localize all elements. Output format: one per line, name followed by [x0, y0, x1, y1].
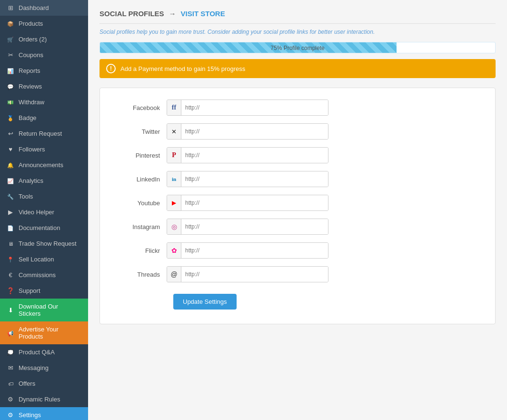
sidebar-item-label: Dynamic Rules — [19, 396, 60, 403]
facebook-input[interactable] — [181, 100, 328, 115]
progress-bar-container: 75% Profile complete — [99, 42, 496, 53]
orders-icon — [7, 36, 14, 43]
sidebar-item-label: Messaging — [19, 364, 49, 371]
sidebar-item-dynamic-rules[interactable]: Dynamic Rules — [0, 391, 88, 407]
input-wrap-youtube: ▶ — [167, 195, 328, 211]
sidebar-item-label: Withdraw — [19, 99, 44, 106]
sidebar-item-return-request[interactable]: Return Request — [0, 126, 88, 141]
sidebar-item-label: Reports — [19, 67, 40, 74]
sidebar-item-orders[interactable]: Orders (2) — [0, 31, 88, 47]
analytics-icon — [7, 177, 14, 184]
sidebar-item-coupons[interactable]: Coupons — [0, 47, 88, 63]
form-row-facebook: Facebookf — [114, 100, 481, 116]
announcements-icon — [7, 161, 14, 169]
input-wrap-linkedin: in — [167, 171, 328, 187]
advertise-icon — [7, 330, 14, 337]
th-icon: @ — [167, 267, 181, 282]
threads-input[interactable] — [181, 267, 328, 282]
sidebar-item-advertise[interactable]: Advertise Your Products — [0, 321, 88, 344]
offers-icon — [7, 380, 14, 387]
form-label-pinterest: Pinterest — [114, 152, 167, 159]
sidebar-item-products[interactable]: Products — [0, 16, 88, 31]
input-wrap-flickr: ✿ — [167, 242, 328, 259]
sidebar-item-label: Offers — [19, 380, 35, 387]
form-row-twitter: Twitter✕ — [114, 123, 481, 140]
sidebar-item-badge[interactable]: Badge — [0, 110, 88, 126]
visit-store-link[interactable]: VISIT STORE — [181, 10, 225, 18]
sidebar-item-announcements[interactable]: Announcements — [0, 157, 88, 173]
form-label-facebook: Facebook — [114, 104, 167, 111]
input-wrap-facebook: f — [167, 100, 328, 116]
pin-icon: P — [167, 148, 181, 163]
form-row-flickr: Flickr✿ — [114, 242, 481, 259]
sidebar-item-withdraw[interactable]: Withdraw — [0, 94, 88, 110]
linkedin-input[interactable] — [181, 171, 328, 187]
sidebar-item-support[interactable]: Support — [0, 283, 88, 299]
li-icon: in — [167, 171, 181, 187]
sidebar-item-label: Badge — [19, 114, 37, 121]
settings-icon — [7, 411, 14, 419]
sidebar-item-offers[interactable]: Offers — [0, 376, 88, 391]
form-row-youtube: Youtube▶ — [114, 195, 481, 211]
sidebar-item-messaging[interactable]: Messaging — [0, 360, 88, 376]
followers-icon — [7, 146, 14, 153]
flickr-input[interactable] — [181, 243, 328, 258]
sidebar-item-sell-location[interactable]: Sell Location — [0, 251, 88, 267]
sidebar-item-label: Sell Location — [19, 256, 54, 263]
page-description: Social profiles help you to gain more tr… — [99, 29, 496, 35]
progress-bar-text: 75% Profile complete — [100, 42, 495, 53]
sidebar-item-analytics[interactable]: Analytics — [0, 173, 88, 189]
tw-icon: ✕ — [167, 124, 181, 139]
sidebar-item-label: Documentation — [19, 224, 60, 231]
return-icon — [7, 130, 14, 137]
tradeshow-icon — [7, 240, 14, 247]
sidebar-item-label: Product Q&A — [19, 349, 55, 356]
tools-icon — [7, 193, 14, 200]
sidebar-item-settings[interactable]: Settings — [0, 407, 88, 420]
sidebar-item-video-helper[interactable]: Video Helper — [0, 204, 88, 220]
input-wrap-threads: @ — [167, 266, 328, 282]
sidebar-item-label: Advertise Your Products — [19, 326, 81, 340]
sidebar-item-label: Settings — [19, 411, 41, 419]
sidebar-item-label: Orders (2) — [19, 36, 47, 43]
input-wrap-pinterest: P — [167, 147, 328, 163]
form-label-linkedin: LinkedIn — [114, 176, 167, 183]
sidebar-item-dashboard[interactable]: Dashboard — [0, 0, 88, 16]
sidebar-item-documentation[interactable]: Documentation — [0, 220, 88, 236]
input-wrap-instagram: ◎ — [167, 219, 328, 235]
form-label-instagram: Instagram — [114, 223, 167, 230]
sidebar-item-qa[interactable]: Product Q&A — [0, 344, 88, 360]
commissions-icon — [7, 271, 14, 279]
main-content: SOCIAL PROFILES → VISIT STORE Social pro… — [88, 0, 507, 420]
alert-box: ! Add a Payment method to gain 15% progr… — [99, 59, 496, 78]
sidebar-item-tools[interactable]: Tools — [0, 189, 88, 204]
sellloc-icon — [7, 256, 14, 263]
twitter-input[interactable] — [181, 124, 328, 139]
sidebar-item-label: Analytics — [19, 177, 43, 184]
pinterest-input[interactable] — [181, 148, 328, 163]
sidebar-item-label: Support — [19, 287, 40, 294]
yt-icon: ▶ — [167, 195, 181, 210]
sidebar-item-label: Products — [19, 20, 43, 27]
form-row-threads: Threads@ — [114, 266, 481, 282]
update-settings-button[interactable]: Update Settings — [173, 294, 237, 310]
instagram-input[interactable] — [181, 219, 328, 234]
coupons-icon — [7, 51, 14, 59]
sidebar-item-label: Dashboard — [19, 4, 49, 11]
form-label-twitter: Twitter — [114, 128, 167, 135]
page-header: SOCIAL PROFILES → VISIT STORE — [99, 10, 496, 24]
sidebar-item-stickers[interactable]: Download Our Stickers — [0, 299, 88, 321]
sidebar-item-label: Followers — [19, 146, 45, 153]
reviews-icon — [7, 83, 14, 90]
input-wrap-twitter: ✕ — [167, 123, 328, 140]
sidebar-item-label: Video Helper — [19, 209, 54, 216]
sidebar-item-label: Reviews — [19, 83, 42, 90]
sidebar-item-followers[interactable]: Followers — [0, 141, 88, 157]
qa-icon — [7, 349, 14, 356]
sidebar-item-commissions[interactable]: Commissions — [0, 267, 88, 283]
sidebar-item-reviews[interactable]: Reviews — [0, 79, 88, 94]
sidebar-item-tradeshow[interactable]: Trade Show Request — [0, 236, 88, 251]
youtube-input[interactable] — [181, 195, 328, 210]
sidebar-item-reports[interactable]: Reports — [0, 63, 88, 79]
support-icon — [7, 287, 14, 294]
